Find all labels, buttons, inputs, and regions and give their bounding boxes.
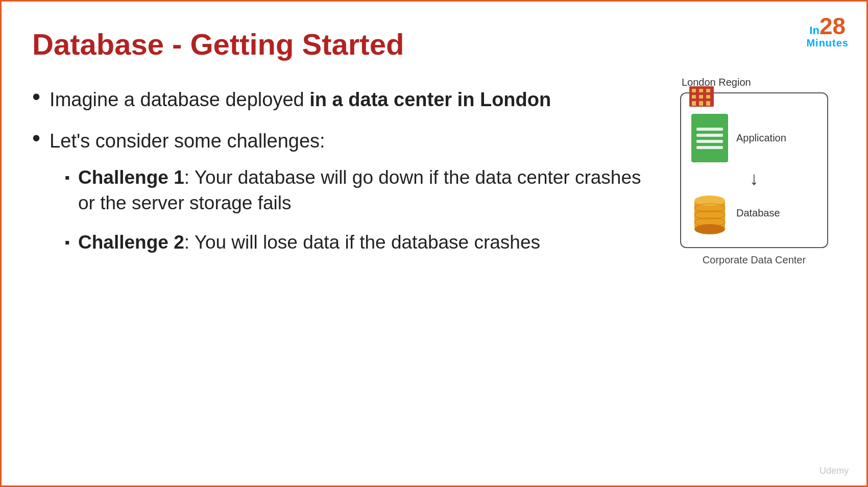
- application-block: [691, 114, 728, 162]
- svg-rect-1: [692, 89, 696, 92]
- bullet-2-text: Let's consider some challenges: Challeng…: [50, 128, 652, 270]
- svg-rect-7: [692, 101, 696, 106]
- diagram-area: London Region: [672, 77, 836, 285]
- slide-container: In28 Minutes Database - Getting Started …: [2, 2, 866, 485]
- sub-list: Challenge 1: Your database will go down …: [50, 165, 652, 256]
- bullet-1-text: Imagine a database deployed in a data ce…: [50, 87, 551, 113]
- sub-list-item-2: Challenge 2: You will lose data if the d…: [50, 230, 652, 255]
- logo-28: 28: [819, 13, 846, 39]
- datacenter-box: Application ↓: [680, 92, 828, 248]
- slide-title: Database - Getting Started: [32, 27, 836, 61]
- bullet-list: Imagine a database deployed in a data ce…: [32, 87, 652, 270]
- list-item-2: Let's consider some challenges: Challeng…: [32, 128, 652, 270]
- database-icon: [691, 190, 728, 236]
- sub-list-item-1: Challenge 1: Your database will go down …: [50, 165, 652, 216]
- app-line-4: [696, 146, 723, 149]
- challenge-2-label: Challenge 2: [78, 232, 184, 253]
- app-block-lines: [696, 128, 723, 149]
- svg-rect-6: [706, 95, 710, 99]
- sub-text-2: Challenge 2: You will lose data if the d…: [78, 230, 540, 255]
- challenge-1-label: Challenge 1: [78, 167, 184, 188]
- logo-in: In: [809, 24, 819, 37]
- list-item: Imagine a database deployed in a data ce…: [32, 87, 652, 113]
- svg-rect-8: [699, 101, 703, 106]
- app-line-3: [696, 140, 723, 143]
- logo-minutes: Minutes: [806, 38, 849, 48]
- svg-point-11: [694, 196, 725, 206]
- app-line-2: [696, 134, 723, 137]
- sub-text-1: Challenge 1: Your database will go down …: [78, 165, 652, 216]
- datacenter-label: Corporate Data Center: [703, 254, 806, 266]
- content-area: Imagine a database deployed in a data ce…: [32, 87, 836, 285]
- svg-point-12: [694, 224, 725, 234]
- svg-rect-9: [706, 101, 710, 106]
- bullet-1-bold: in a data center in London: [309, 89, 551, 110]
- text-content: Imagine a database deployed in a data ce…: [32, 87, 672, 285]
- svg-rect-5: [699, 95, 703, 99]
- db-row: Database: [691, 190, 817, 236]
- app-line-1: [696, 128, 723, 131]
- app-row: Application: [691, 114, 817, 162]
- svg-rect-3: [706, 89, 710, 92]
- logo-in-text: In28: [806, 14, 849, 38]
- svg-rect-2: [699, 89, 703, 92]
- building-icon: [688, 82, 715, 109]
- app-label: Application: [736, 132, 786, 144]
- svg-rect-4: [692, 95, 696, 99]
- logo-area: In28 Minutes: [806, 14, 849, 48]
- arrow-down: ↓: [750, 167, 759, 190]
- db-label: Database: [736, 207, 780, 219]
- watermark: Udemy: [819, 466, 849, 476]
